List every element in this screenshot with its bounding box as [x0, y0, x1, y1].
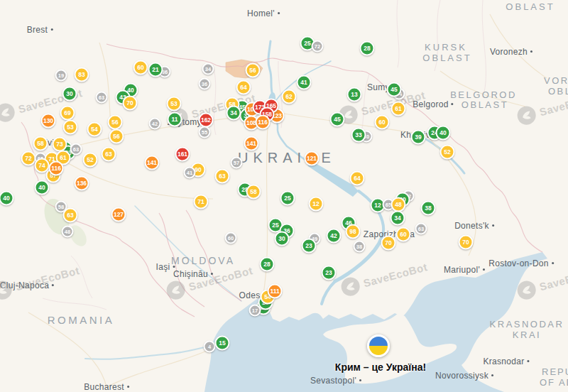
aqi-marker[interactable]: 141 — [244, 136, 259, 151]
aqi-marker[interactable]: 34 — [390, 211, 405, 226]
region-label: MOLDOVA — [171, 255, 235, 266]
city-dot — [211, 273, 213, 275]
aqi-marker[interactable]: 56 — [109, 129, 124, 144]
aqi-marker[interactable]: 52 — [440, 145, 455, 160]
aqi-marker[interactable]: 63 — [102, 147, 116, 162]
aqi-marker[interactable]: 42 — [327, 229, 342, 244]
city-label: Brest — [27, 25, 53, 35]
aqi-marker[interactable]: 55 — [199, 126, 211, 138]
aqi-marker[interactable]: 136 — [75, 176, 89, 191]
aqi-marker[interactable]: 40 — [35, 180, 50, 195]
aqi-marker[interactable]: 23 — [302, 239, 317, 254]
aqi-marker[interactable]: 63 — [70, 143, 82, 156]
aqi-marker[interactable]: 12 — [309, 197, 324, 212]
aqi-marker[interactable]: 38 — [421, 201, 436, 216]
aqi-marker[interactable]: 70 — [381, 236, 396, 251]
aqi-marker[interactable]: 41 — [184, 167, 196, 179]
city-dot — [483, 268, 485, 271]
aqi-marker[interactable]: 39 — [411, 130, 426, 145]
aqi-marker[interactable]: 121 — [305, 151, 320, 166]
aqi-marker[interactable]: 13 — [347, 87, 362, 102]
aqi-marker[interactable]: 98 — [346, 224, 361, 239]
region-label: ROMANIA — [48, 314, 115, 326]
aqi-marker[interactable]: 60 — [375, 115, 390, 130]
aqi-marker[interactable]: 60 — [225, 232, 237, 244]
aqi-marker[interactable]: 41 — [297, 75, 312, 90]
region-label: UKRAINE — [238, 150, 336, 166]
aqi-marker[interactable]: 34 — [226, 106, 241, 121]
aqi-marker[interactable]: 30 — [62, 87, 77, 102]
aqi-marker[interactable]: 63 — [96, 92, 108, 104]
aqi-marker[interactable]: 15 — [215, 336, 230, 351]
aqi-marker[interactable]: 4 — [204, 341, 216, 353]
aqi-marker[interactable]: 21 — [148, 62, 163, 77]
city-label: Cluj-Napoca — [0, 281, 54, 290]
aqi-marker[interactable]: 45 — [387, 82, 402, 97]
aqi-marker[interactable]: 63 — [215, 169, 230, 184]
aqi-marker[interactable]: 58 — [33, 136, 48, 151]
aqi-marker[interactable]: 83 — [75, 67, 89, 82]
aqi-marker[interactable]: 34 — [202, 63, 214, 75]
aqi-marker[interactable]: 56 — [246, 63, 261, 78]
region-label: VORONEZH — [544, 75, 568, 86]
aqi-marker[interactable]: 40 — [436, 126, 451, 141]
aqi-marker[interactable]: 25 — [280, 191, 295, 206]
aqi-marker[interactable]: 60 — [133, 60, 148, 75]
aqi-marker[interactable]: 70 — [459, 235, 474, 250]
aqi-marker[interactable]: 19 — [55, 70, 67, 82]
aqi-marker[interactable]: 17 — [249, 305, 261, 317]
aqi-marker[interactable]: 62 — [282, 89, 297, 104]
map-canvas[interactable]: Крим – це Україна! OBLASTKURSKOBLASTVORO… — [0, 0, 568, 392]
aqi-marker[interactable]: 60 — [396, 227, 411, 242]
aqi-marker[interactable]: 48 — [62, 226, 74, 238]
aqi-marker[interactable]: 111 — [268, 284, 283, 299]
region-label: OBLAST — [422, 53, 471, 63]
city-dot — [492, 224, 494, 227]
city-label: Voronezh — [490, 47, 532, 57]
aqi-marker[interactable]: 54 — [87, 122, 102, 137]
aqi-marker[interactable]: 23 — [322, 266, 337, 281]
aqi-marker[interactable]: 72 — [312, 40, 324, 53]
aqi-marker[interactable]: 11 — [168, 112, 182, 127]
aqi-marker[interactable]: 141 — [145, 156, 160, 170]
aqi-marker[interactable]: 162 — [199, 113, 214, 128]
aqi-marker[interactable]: 57 — [231, 157, 243, 169]
aqi-marker[interactable]: 52 — [83, 153, 98, 168]
ukraine-flag-icon — [367, 334, 390, 357]
aqi-marker[interactable]: 130 — [41, 114, 56, 129]
aqi-marker[interactable]: 53 — [167, 97, 182, 111]
region-label: REPUBLIC — [542, 366, 568, 377]
aqi-marker[interactable]: 63 — [415, 223, 427, 235]
aqi-marker[interactable]: 72 — [21, 151, 36, 166]
aqi-marker[interactable]: 30 — [275, 232, 290, 246]
aqi-marker[interactable]: 28 — [360, 41, 375, 56]
aqi-marker[interactable]: 28 — [260, 257, 275, 272]
aqi-marker[interactable]: 61 — [391, 102, 406, 116]
city-label: Iaşi — [156, 262, 175, 272]
city-dot — [552, 262, 554, 264]
city-label: Sevastopol' — [310, 376, 361, 386]
aqi-marker[interactable]: 45 — [330, 112, 345, 127]
aqi-marker[interactable]: 64 — [350, 171, 365, 186]
aqi-marker[interactable]: 58 — [246, 185, 261, 200]
city-dot — [173, 266, 175, 268]
aqi-marker[interactable]: 127 — [111, 207, 126, 222]
aqi-marker[interactable]: 161 — [175, 147, 190, 162]
aqi-marker[interactable]: 73 — [53, 137, 67, 152]
aqi-marker[interactable]: 64 — [236, 80, 251, 95]
aqi-marker[interactable]: 38 — [354, 241, 366, 253]
aqi-marker[interactable]: 42 — [149, 118, 161, 130]
aqi-marker[interactable]: 36 — [199, 78, 211, 90]
aqi-marker[interactable]: 69 — [60, 106, 75, 121]
region-label: OBLAST — [548, 86, 568, 97]
flag-yellow-stripe — [369, 346, 388, 355]
aqi-marker[interactable]: 63 — [63, 208, 78, 223]
aqi-marker[interactable]: 70 — [123, 96, 138, 111]
aqi-marker[interactable]: 56 — [108, 115, 123, 130]
aqi-marker[interactable]: 71 — [194, 195, 209, 209]
aqi-marker[interactable]: 116 — [49, 161, 64, 176]
aqi-marker[interactable]: 116 — [256, 115, 271, 130]
aqi-marker[interactable]: 48 — [391, 197, 406, 212]
aqi-marker[interactable]: 53 — [63, 120, 78, 135]
aqi-marker[interactable]: 33 — [351, 128, 366, 143]
